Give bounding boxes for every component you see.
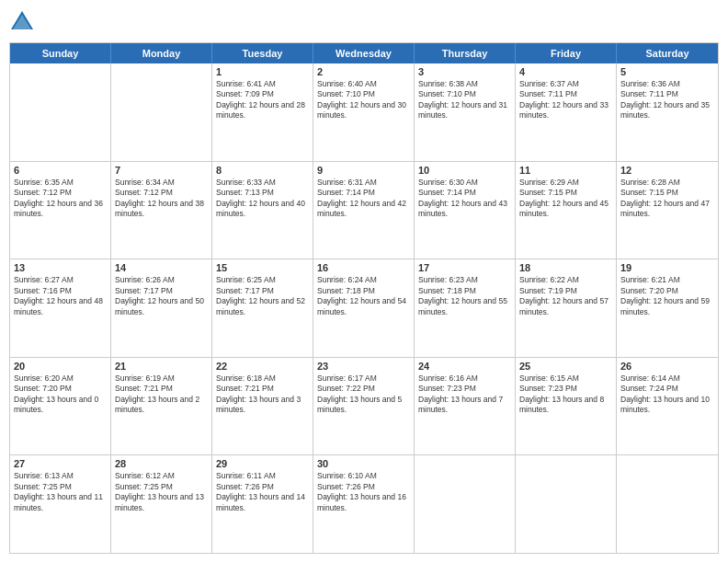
day-number: 26 <box>620 361 714 372</box>
header <box>9 9 719 35</box>
calendar: SundayMondayTuesdayWednesdayThursdayFrid… <box>9 42 719 554</box>
week-row-5: 27Sunrise: 6:13 AM Sunset: 7:25 PM Dayli… <box>10 455 718 553</box>
day-info: Sunrise: 6:20 AM Sunset: 7:20 PM Dayligh… <box>14 373 107 416</box>
cal-cell: 27Sunrise: 6:13 AM Sunset: 7:25 PM Dayli… <box>10 455 111 553</box>
cal-cell: 19Sunrise: 6:21 AM Sunset: 7:20 PM Dayli… <box>617 259 718 357</box>
day-number: 8 <box>216 165 309 176</box>
day-number: 23 <box>317 361 410 372</box>
header-day-saturday: Saturday <box>617 43 718 63</box>
day-info: Sunrise: 6:21 AM Sunset: 7:20 PM Dayligh… <box>620 275 714 317</box>
cal-cell: 21Sunrise: 6:19 AM Sunset: 7:21 PM Dayli… <box>111 358 212 455</box>
cal-cell: 1Sunrise: 6:41 AM Sunset: 7:09 PM Daylig… <box>212 63 313 161</box>
day-number: 12 <box>620 165 714 176</box>
cal-cell: 3Sunrise: 6:38 AM Sunset: 7:10 PM Daylig… <box>415 63 516 161</box>
week-row-3: 13Sunrise: 6:27 AM Sunset: 7:16 PM Dayli… <box>10 259 718 358</box>
day-info: Sunrise: 6:35 AM Sunset: 7:12 PM Dayligh… <box>14 178 107 220</box>
day-number: 15 <box>216 262 309 273</box>
week-row-4: 20Sunrise: 6:20 AM Sunset: 7:20 PM Dayli… <box>10 358 718 456</box>
day-info: Sunrise: 6:22 AM Sunset: 7:19 PM Dayligh… <box>519 275 612 317</box>
day-info: Sunrise: 6:40 AM Sunset: 7:10 PM Dayligh… <box>317 79 410 121</box>
cal-cell: 6Sunrise: 6:35 AM Sunset: 7:12 PM Daylig… <box>10 162 111 259</box>
header-day-friday: Friday <box>516 43 617 63</box>
day-info: Sunrise: 6:13 AM Sunset: 7:25 PM Dayligh… <box>14 471 107 513</box>
week-row-1: 1Sunrise: 6:41 AM Sunset: 7:09 PM Daylig… <box>10 63 718 162</box>
cal-cell <box>516 455 617 553</box>
day-info: Sunrise: 6:19 AM Sunset: 7:21 PM Dayligh… <box>115 373 208 416</box>
header-day-sunday: Sunday <box>10 43 111 63</box>
cal-cell: 14Sunrise: 6:26 AM Sunset: 7:17 PM Dayli… <box>111 259 212 357</box>
day-number: 21 <box>115 361 208 372</box>
day-number: 16 <box>317 262 410 273</box>
day-number: 2 <box>317 66 410 77</box>
day-number: 28 <box>115 458 208 469</box>
calendar-header: SundayMondayTuesdayWednesdayThursdayFrid… <box>10 43 718 63</box>
cal-cell <box>111 63 212 161</box>
cal-cell: 5Sunrise: 6:36 AM Sunset: 7:11 PM Daylig… <box>617 63 718 161</box>
day-info: Sunrise: 6:17 AM Sunset: 7:22 PM Dayligh… <box>317 373 410 416</box>
day-number: 9 <box>317 165 410 176</box>
day-info: Sunrise: 6:31 AM Sunset: 7:14 PM Dayligh… <box>317 178 410 220</box>
day-number: 4 <box>519 66 612 77</box>
page: SundayMondayTuesdayWednesdayThursdayFrid… <box>0 0 728 563</box>
cal-cell: 25Sunrise: 6:15 AM Sunset: 7:23 PM Dayli… <box>516 358 617 455</box>
day-info: Sunrise: 6:24 AM Sunset: 7:18 PM Dayligh… <box>317 275 410 317</box>
cal-cell: 30Sunrise: 6:10 AM Sunset: 7:26 PM Dayli… <box>313 455 415 553</box>
cal-cell: 17Sunrise: 6:23 AM Sunset: 7:18 PM Dayli… <box>415 259 516 357</box>
header-day-wednesday: Wednesday <box>313 43 415 63</box>
day-number: 18 <box>519 262 612 273</box>
day-info: Sunrise: 6:41 AM Sunset: 7:09 PM Dayligh… <box>216 79 309 121</box>
day-info: Sunrise: 6:18 AM Sunset: 7:21 PM Dayligh… <box>216 373 309 416</box>
day-info: Sunrise: 6:10 AM Sunset: 7:26 PM Dayligh… <box>317 471 410 513</box>
day-number: 5 <box>620 66 714 77</box>
cal-cell: 16Sunrise: 6:24 AM Sunset: 7:18 PM Dayli… <box>313 259 415 357</box>
cal-cell: 23Sunrise: 6:17 AM Sunset: 7:22 PM Dayli… <box>313 358 415 455</box>
day-number: 6 <box>14 165 107 176</box>
day-info: Sunrise: 6:38 AM Sunset: 7:10 PM Dayligh… <box>418 79 511 121</box>
cal-cell <box>415 455 516 553</box>
day-number: 13 <box>14 262 107 273</box>
cal-cell: 18Sunrise: 6:22 AM Sunset: 7:19 PM Dayli… <box>516 259 617 357</box>
day-info: Sunrise: 6:11 AM Sunset: 7:26 PM Dayligh… <box>216 471 309 513</box>
cal-cell: 15Sunrise: 6:25 AM Sunset: 7:17 PM Dayli… <box>212 259 313 357</box>
day-number: 22 <box>216 361 309 372</box>
day-number: 30 <box>317 458 410 469</box>
day-info: Sunrise: 6:14 AM Sunset: 7:24 PM Dayligh… <box>620 373 714 416</box>
cal-cell: 29Sunrise: 6:11 AM Sunset: 7:26 PM Dayli… <box>212 455 313 553</box>
day-info: Sunrise: 6:37 AM Sunset: 7:11 PM Dayligh… <box>519 79 612 121</box>
cal-cell: 10Sunrise: 6:30 AM Sunset: 7:14 PM Dayli… <box>415 162 516 259</box>
day-number: 20 <box>14 361 107 372</box>
header-day-thursday: Thursday <box>415 43 516 63</box>
day-number: 14 <box>115 262 208 273</box>
cal-cell: 11Sunrise: 6:29 AM Sunset: 7:15 PM Dayli… <box>516 162 617 259</box>
day-number: 24 <box>418 361 511 372</box>
cal-cell <box>10 63 111 161</box>
cal-cell: 22Sunrise: 6:18 AM Sunset: 7:21 PM Dayli… <box>212 358 313 455</box>
cal-cell: 13Sunrise: 6:27 AM Sunset: 7:16 PM Dayli… <box>10 259 111 357</box>
day-info: Sunrise: 6:12 AM Sunset: 7:25 PM Dayligh… <box>115 471 208 513</box>
day-number: 11 <box>519 165 612 176</box>
day-info: Sunrise: 6:26 AM Sunset: 7:17 PM Dayligh… <box>115 275 208 317</box>
day-number: 3 <box>418 66 511 77</box>
day-number: 17 <box>418 262 511 273</box>
day-info: Sunrise: 6:28 AM Sunset: 7:15 PM Dayligh… <box>620 178 714 220</box>
cal-cell: 4Sunrise: 6:37 AM Sunset: 7:11 PM Daylig… <box>516 63 617 161</box>
day-info: Sunrise: 6:33 AM Sunset: 7:13 PM Dayligh… <box>216 178 309 220</box>
logo <box>9 9 39 35</box>
week-row-2: 6Sunrise: 6:35 AM Sunset: 7:12 PM Daylig… <box>10 162 718 260</box>
cal-cell: 9Sunrise: 6:31 AM Sunset: 7:14 PM Daylig… <box>313 162 415 259</box>
calendar-body: 1Sunrise: 6:41 AM Sunset: 7:09 PM Daylig… <box>10 63 718 553</box>
day-info: Sunrise: 6:25 AM Sunset: 7:17 PM Dayligh… <box>216 275 309 317</box>
cal-cell <box>617 455 718 553</box>
header-day-tuesday: Tuesday <box>212 43 313 63</box>
cal-cell: 26Sunrise: 6:14 AM Sunset: 7:24 PM Dayli… <box>617 358 718 455</box>
day-info: Sunrise: 6:29 AM Sunset: 7:15 PM Dayligh… <box>519 178 612 220</box>
cal-cell: 7Sunrise: 6:34 AM Sunset: 7:12 PM Daylig… <box>111 162 212 259</box>
day-number: 25 <box>519 361 612 372</box>
day-info: Sunrise: 6:15 AM Sunset: 7:23 PM Dayligh… <box>519 373 612 416</box>
day-number: 29 <box>216 458 309 469</box>
cal-cell: 20Sunrise: 6:20 AM Sunset: 7:20 PM Dayli… <box>10 358 111 455</box>
day-number: 10 <box>418 165 511 176</box>
day-info: Sunrise: 6:27 AM Sunset: 7:16 PM Dayligh… <box>14 275 107 317</box>
cal-cell: 24Sunrise: 6:16 AM Sunset: 7:23 PM Dayli… <box>415 358 516 455</box>
logo-icon <box>9 9 35 35</box>
